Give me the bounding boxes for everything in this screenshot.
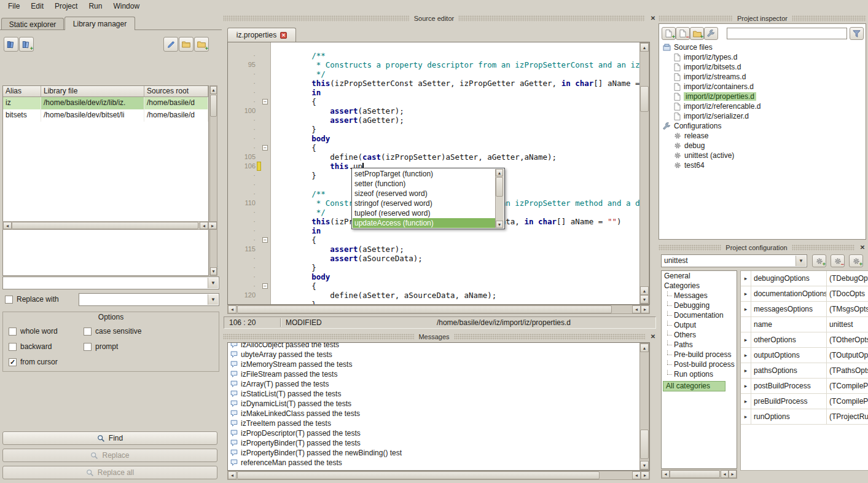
checkbox-box[interactable]: ✓ <box>9 358 17 366</box>
expander-icon[interactable]: ▸ <box>741 409 751 424</box>
option-case-sensitive[interactable]: case sensitive <box>84 327 141 336</box>
add-source-button[interactable]: + <box>662 27 676 40</box>
code-line[interactable]: body <box>271 134 639 143</box>
property-row[interactable]: ▸debugingOptions(TDebugOpts <box>741 271 868 286</box>
checkbox-box[interactable] <box>84 328 92 336</box>
scroll-right-icon[interactable]: ▸ <box>729 470 737 478</box>
expander-icon[interactable]: ▸ <box>741 348 751 363</box>
category-item[interactable]: Others <box>662 330 737 340</box>
messages-panel[interactable]: izAllocObject passed the testsubyteArray… <box>227 342 650 471</box>
open-library-file-button[interactable] <box>179 37 194 52</box>
scroll-left-icon[interactable]: ◂ <box>662 470 670 478</box>
scroll-up-icon[interactable]: ▴ <box>210 86 217 94</box>
fold-marker[interactable]: − <box>262 99 268 104</box>
category-item[interactable]: Debugging <box>662 300 737 310</box>
completion-item[interactable]: setPropTarget (function) <box>353 169 495 179</box>
project-tree[interactable]: Source filesimport/iz/types.dimport/iz/b… <box>659 42 866 239</box>
option-prompt[interactable]: prompt <box>84 342 118 351</box>
expander-icon[interactable]: ▸ <box>741 363 751 378</box>
category-item[interactable]: Run options <box>662 369 737 379</box>
scroll-up-icon[interactable]: ▴ <box>640 344 649 352</box>
category-item[interactable]: Messages <box>662 291 737 300</box>
column-header[interactable]: Sources root <box>144 86 208 97</box>
property-row[interactable]: ▸runOptions(TProjectRun <box>741 409 868 425</box>
category-item[interactable]: Pre-build process <box>662 350 737 359</box>
table-row[interactable]: bitsets/home/basile/dev/bitset/li/home/b… <box>3 109 208 122</box>
scrollbar-thumb[interactable] <box>640 430 649 459</box>
scrollbar-thumb[interactable] <box>670 470 720 478</box>
code-line[interactable]: } <box>271 125 639 134</box>
editor-tab-iz-properties[interactable]: iz.properties ✕ <box>227 28 296 42</box>
configuration-selector[interactable]: unittest ▼ <box>661 254 807 267</box>
tree-node-configurations[interactable]: Configurations <box>659 121 866 131</box>
code-line[interactable]: /** <box>271 51 639 60</box>
configuration-categories[interactable]: GeneralCategoriesMessagesDebuggingDocume… <box>661 270 737 469</box>
tree-node-file[interactable]: import/iz/streams.d <box>659 72 866 82</box>
scroll-right-icon[interactable]: ▸ <box>641 305 649 313</box>
tab-close-icon[interactable]: ✕ <box>280 32 287 39</box>
scroll-down-icon[interactable]: ▾ <box>640 295 649 304</box>
checkbox-box[interactable] <box>9 328 17 336</box>
completion-item[interactable]: stringof (reserved word) <box>353 198 495 208</box>
replace-button[interactable]: Replace <box>2 449 217 462</box>
tree-node-file[interactable]: import/iz/referencable.d <box>659 101 866 111</box>
property-row[interactable]: ▸outputOptions(TOutputOpts <box>741 348 868 363</box>
scrollbar-thumb[interactable] <box>12 222 198 229</box>
property-row[interactable]: ▸postBuildProcess(TCompileProc <box>741 379 868 394</box>
message-item[interactable]: izArray(T) passed the tests <box>228 379 649 389</box>
add-folder-button[interactable]: + <box>690 27 704 40</box>
code-line[interactable]: { <box>271 97 639 106</box>
completion-list[interactable]: setPropTarget (function)setter (function… <box>353 169 495 228</box>
add-library-button[interactable] <box>4 37 18 52</box>
code-line[interactable]: } <box>271 263 639 272</box>
category-item[interactable]: General <box>662 271 737 281</box>
menu-run[interactable]: Run <box>83 1 108 12</box>
code-line[interactable]: assert(aSetter); <box>271 106 639 116</box>
category-item[interactable]: Categories <box>662 281 737 291</box>
chevron-down-icon[interactable]: ▼ <box>208 294 218 305</box>
fold-marker[interactable]: − <box>262 283 268 289</box>
expander-icon[interactable]: ▸ <box>741 271 751 286</box>
code-line[interactable]: */ <box>271 69 639 79</box>
scrollbar-thumb[interactable] <box>237 471 600 479</box>
add-configuration-button[interactable]: + <box>812 254 826 267</box>
scroll-left-icon[interactable]: ◂ <box>632 305 641 313</box>
expander-icon[interactable]: ▸ <box>741 379 751 393</box>
message-item[interactable]: izFileStream passed the tests <box>228 369 649 379</box>
find-button[interactable]: Find <box>2 431 217 445</box>
messages-list[interactable]: izAllocObject passed the testsubyteArray… <box>228 342 649 468</box>
messages-vscrollbar[interactable]: ▴ ▾ <box>639 343 649 470</box>
message-item[interactable]: izPropDescriptor(T) passed the tests <box>228 428 649 438</box>
table-row[interactable]: iz/home/basile/dev/iz/lib/iz./home/basil… <box>3 97 208 109</box>
filter-button[interactable] <box>850 27 864 40</box>
property-row[interactable]: ▸preBuildProcess(TCompileProc <box>741 394 868 409</box>
completion-item[interactable]: updateAccess (function) <box>353 218 495 228</box>
edit-alias-button[interactable] <box>163 37 178 52</box>
code-line[interactable]: { <box>271 143 639 152</box>
menu-window[interactable]: Window <box>108 1 145 12</box>
code-line[interactable]: assert(aSetter); <box>271 245 639 254</box>
message-item[interactable]: izStaticList(T) passed the tests <box>228 389 649 399</box>
expander-icon[interactable]: ▸ <box>741 332 751 347</box>
scroll-down-icon[interactable]: ▾ <box>210 267 217 275</box>
close-icon[interactable]: ✕ <box>859 244 866 251</box>
checkbox-box[interactable] <box>9 343 17 351</box>
chevron-down-icon[interactable]: ▼ <box>208 278 218 288</box>
replace-with-checkbox[interactable]: Replace with <box>5 295 59 304</box>
fold-marker[interactable]: − <box>262 237 268 243</box>
library-table-hscrollbar[interactable]: ◂ ◂ ▸ <box>2 221 217 230</box>
add-library-folder-button[interactable]: + <box>194 37 209 52</box>
scroll-right-icon[interactable]: ▸ <box>208 222 217 229</box>
expander-icon[interactable]: ▸ <box>741 394 751 409</box>
completion-item[interactable]: tupleof (reserved word) <box>353 208 495 218</box>
property-row[interactable]: ▸otherOptions(TOtherOpts <box>741 332 868 348</box>
code-line[interactable]: { <box>271 235 639 245</box>
message-item[interactable]: izPropertyBinder(T) passed the tests <box>228 438 649 448</box>
menu-file[interactable]: File <box>2 1 25 12</box>
categories-hscrollbar[interactable]: ◂ ◂ ▸ <box>661 469 737 479</box>
message-item[interactable]: izDynamicList(T) passed the tests <box>228 399 649 409</box>
completion-item[interactable]: sizeof (reserved word) <box>353 189 495 198</box>
code-line[interactable]: define(aSetter, aSourceData, aName); <box>271 291 639 300</box>
tab-static-explorer[interactable]: Static explorer <box>1 18 64 30</box>
scroll-up-icon[interactable]: ▴ <box>496 169 503 176</box>
